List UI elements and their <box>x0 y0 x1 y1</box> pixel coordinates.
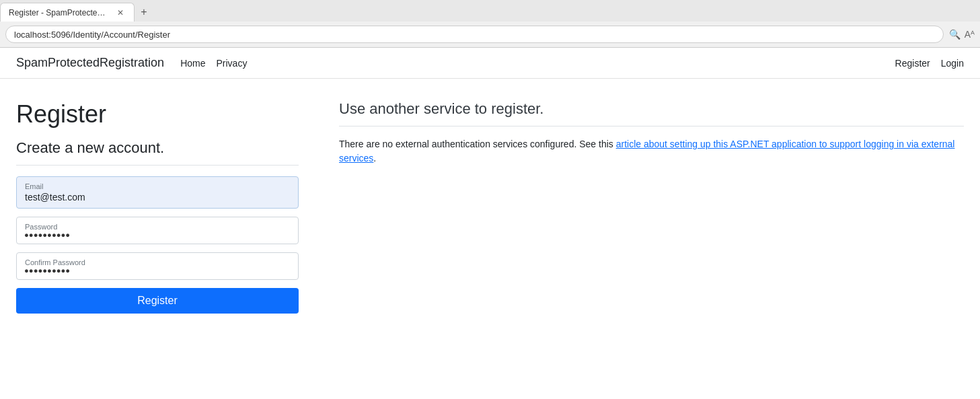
navbar: SpamProtectedRegistration Home Privacy R… <box>0 48 980 79</box>
read-aloud-icon[interactable]: Aᴬ <box>965 29 975 40</box>
email-input[interactable] <box>25 192 290 203</box>
address-bar: localhost:5096/Identity/Account/Register… <box>0 22 980 47</box>
navbar-link-privacy[interactable]: Privacy <box>216 58 247 69</box>
password-group: Password ●●●●●●●●●● <box>16 217 299 244</box>
navbar-link-home[interactable]: Home <box>180 58 205 69</box>
tab-bar: Register - SpamProtectedRegist... ✕ + <box>0 0 980 22</box>
navbar-brand[interactable]: SpamProtectedRegistration <box>16 56 164 70</box>
right-section: Use another service to register. There a… <box>339 100 964 314</box>
confirm-password-wrapper: Confirm Password ●●●●●●●●●● <box>16 252 299 280</box>
address-input[interactable]: localhost:5096/Identity/Account/Register <box>5 26 944 43</box>
page-title: Register <box>16 100 299 129</box>
main-content: Register Create a new account. Email Pas… <box>0 79 980 335</box>
new-tab-button[interactable]: + <box>135 3 153 22</box>
address-icons: 🔍 Aᴬ <box>949 29 975 40</box>
right-divider <box>339 126 964 126</box>
navbar-links: Home Privacy <box>180 58 247 69</box>
address-url: localhost:5096/Identity/Account/Register <box>14 30 170 40</box>
tab-title: Register - SpamProtectedRegist... <box>9 8 110 17</box>
navbar-link-register[interactable]: Register <box>895 58 930 69</box>
external-text-after: . <box>373 153 376 164</box>
form-divider <box>16 165 299 166</box>
email-group: Email <box>16 176 299 209</box>
active-tab[interactable]: Register - SpamProtectedRegist... ✕ <box>0 3 135 22</box>
password-wrapper: Password ●●●●●●●●●● <box>16 217 299 244</box>
create-account-title: Create a new account. <box>16 139 299 157</box>
register-button[interactable]: Register <box>16 288 299 314</box>
email-wrapper: Email <box>16 176 299 209</box>
browser-chrome: Register - SpamProtectedRegist... ✕ + lo… <box>0 0 980 48</box>
external-text: There are no external authentication ser… <box>339 137 964 166</box>
search-icon[interactable]: 🔍 <box>949 29 960 40</box>
navbar-link-login[interactable]: Login <box>941 58 964 69</box>
navbar-right: Register Login <box>895 58 964 69</box>
email-label: Email <box>25 182 290 190</box>
external-service-title: Use another service to register. <box>339 100 964 118</box>
confirm-password-group: Confirm Password ●●●●●●●●●● <box>16 252 299 280</box>
tab-close-icon[interactable]: ✕ <box>115 7 126 18</box>
external-text-before: There are no external authentication ser… <box>339 139 616 149</box>
left-section: Register Create a new account. Email Pas… <box>16 100 299 314</box>
